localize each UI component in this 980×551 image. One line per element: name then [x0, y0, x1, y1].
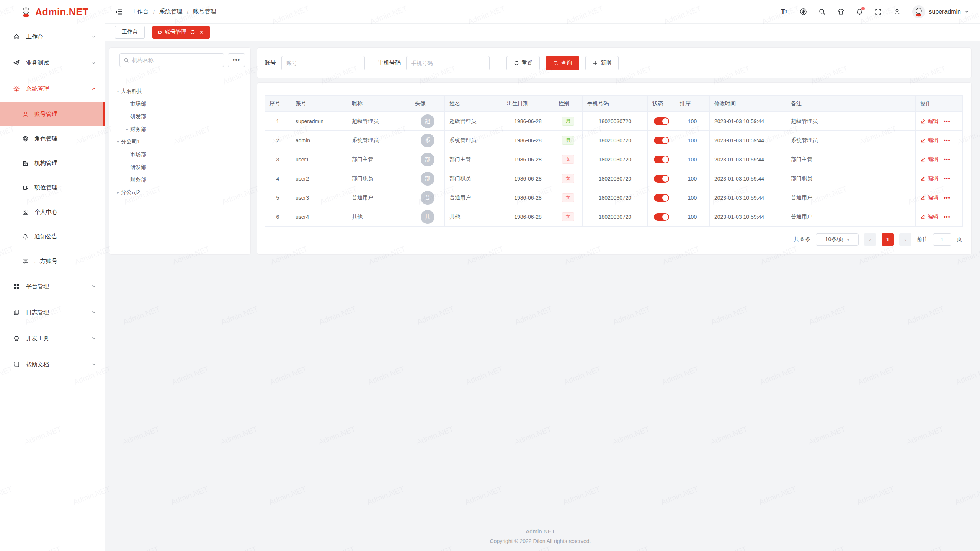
sidebar-subitem-2-2[interactable]: 机构管理 [0, 151, 105, 175]
cell-modified: 2023-01-03 10:59:44 [710, 207, 786, 227]
column-header-birthday: 出生日期 [502, 96, 554, 112]
sidebar-subitem-2-6[interactable]: 三方账号 [0, 249, 105, 273]
chevron-down-icon [91, 362, 96, 367]
sidebar-subitem-2-3[interactable]: 职位管理 [0, 175, 105, 200]
tree-node[interactable]: 研发部 [115, 110, 247, 123]
query-button[interactable]: 查询 [546, 56, 579, 70]
avatar: 部 [421, 172, 434, 186]
table-row: 5user3普通用户普普通用户1986-06-28女18020030720100… [265, 188, 963, 207]
add-button[interactable]: 新增 [585, 56, 619, 70]
caret-right-icon[interactable]: ▸ [115, 190, 121, 194]
sidebar-item-6[interactable]: 帮助文档 [0, 351, 105, 377]
table-header-row: 序号账号昵称头像姓名出生日期性别手机号码状态排序修改时间备注操作 [265, 96, 963, 112]
language-icon[interactable] [800, 8, 807, 15]
phone-filter-input[interactable] [406, 56, 490, 70]
fullscreen-icon[interactable] [875, 8, 882, 15]
status-toggle[interactable] [654, 175, 669, 183]
current-page-button[interactable]: 1 [882, 233, 894, 246]
theme-shirt-icon[interactable] [837, 8, 844, 15]
caret-right-icon[interactable]: ▸ [124, 127, 130, 131]
sidebar-item-5[interactable]: 开发工具 [0, 325, 105, 351]
tree-node[interactable]: ▾大名科技 [115, 85, 247, 98]
user-icon [22, 111, 29, 117]
user-menu[interactable]: superadmin [912, 5, 969, 18]
collapse-sidebar-icon[interactable] [114, 8, 123, 16]
sidebar-item-label: 系统管理 [26, 85, 91, 93]
sidebar-subitem-2-1[interactable]: 角色管理 [0, 126, 105, 151]
more-actions-button[interactable]: ••• [944, 118, 951, 124]
tab-workbench[interactable]: 工作台 [115, 26, 145, 39]
more-actions-button[interactable]: ••• [944, 195, 951, 201]
sidebar-item-3[interactable]: 平台管理 [0, 273, 105, 299]
edit-button[interactable]: 编辑 [920, 156, 938, 163]
status-toggle[interactable] [654, 137, 669, 144]
sidebar-item-0[interactable]: 工作台 [0, 24, 105, 50]
status-toggle[interactable] [654, 156, 669, 163]
search-icon [124, 57, 129, 63]
refresh-icon[interactable] [190, 29, 195, 35]
sidebar: Admin.NET 工作台业务测试系统管理账号管理角色管理机构管理职位管理个人中… [0, 0, 105, 551]
cell-account: superadmin [291, 112, 347, 131]
search-icon[interactable] [818, 8, 826, 15]
cell-sort: 100 [675, 169, 710, 188]
brand-name: Admin.NET [35, 7, 88, 18]
font-size-icon[interactable]: TT [781, 8, 788, 15]
cell-index: 5 [265, 188, 291, 207]
notification-bell-icon[interactable] [856, 8, 863, 15]
next-page-button[interactable]: › [899, 233, 911, 246]
tree-node-label: 研发部 [130, 113, 146, 120]
edit-button[interactable]: 编辑 [920, 175, 938, 182]
sidebar-subitem-2-5[interactable]: 通知公告 [0, 224, 105, 249]
tab-account-management[interactable]: 账号管理 [152, 26, 210, 39]
caret-down-icon[interactable]: ▾ [115, 89, 121, 93]
cell-phone: 18020030720 [583, 131, 648, 150]
more-actions-button[interactable]: ••• [944, 156, 951, 163]
more-actions-button[interactable]: ••• [944, 137, 951, 143]
edit-button[interactable]: 编辑 [920, 214, 938, 220]
breadcrumb-item-workbench[interactable]: 工作台 [131, 8, 149, 15]
username: superadmin [929, 8, 961, 15]
sidebar-subitem-label: 机构管理 [34, 160, 57, 167]
tree-node[interactable]: ▾分公司1 [115, 135, 247, 148]
caret-down-icon[interactable]: ▾ [115, 140, 121, 144]
more-actions-button[interactable]: ••• [944, 214, 951, 220]
tree-node[interactable]: ▸分公司2 [115, 186, 247, 199]
sidebar-item-2[interactable]: 系统管理 [0, 76, 105, 102]
tree-node[interactable]: ▸财务部 [115, 123, 247, 135]
sidebar-item-1[interactable]: 业务测试 [0, 50, 105, 76]
goto-page-input[interactable] [933, 233, 951, 246]
logo[interactable]: Admin.NET [0, 0, 105, 24]
org-search-input[interactable] [132, 57, 220, 63]
sidebar-subitem-label: 账号管理 [34, 111, 57, 118]
close-icon[interactable] [199, 29, 204, 35]
sidebar-item-4[interactable]: 日志管理 [0, 299, 105, 325]
status-toggle[interactable] [654, 117, 669, 125]
tree-node[interactable]: 研发部 [115, 161, 247, 173]
grid-icon [13, 283, 20, 290]
org-more-button[interactable]: ••• [228, 53, 245, 67]
edit-button[interactable]: 编辑 [920, 194, 938, 201]
column-header-modified: 修改时间 [710, 96, 786, 112]
edit-button[interactable]: 编辑 [920, 118, 938, 125]
more-actions-button[interactable]: ••• [944, 176, 951, 182]
user-icon[interactable] [893, 8, 901, 15]
prev-page-button[interactable]: ‹ [864, 233, 876, 246]
breadcrumb-item-account[interactable]: 账号管理 [193, 8, 216, 15]
tree-node[interactable]: 市场部 [115, 98, 247, 110]
footer-brand: Admin.NET [109, 528, 972, 535]
cell-status [648, 131, 675, 150]
reset-button[interactable]: 重置 [506, 56, 540, 70]
tree-node[interactable]: 市场部 [115, 148, 247, 161]
edit-button[interactable]: 编辑 [920, 137, 938, 144]
cell-status [648, 188, 675, 207]
account-filter-input[interactable] [281, 56, 365, 70]
refresh-icon [514, 60, 519, 66]
page-size-select[interactable]: 10条/页 ▾ [816, 233, 859, 246]
status-toggle[interactable] [654, 213, 669, 221]
status-toggle[interactable] [654, 194, 669, 202]
cell-gender: 女 [554, 188, 583, 207]
tree-node[interactable]: 财务部 [115, 173, 247, 186]
sidebar-subitem-2-4[interactable]: 个人中心 [0, 200, 105, 224]
breadcrumb-item-system[interactable]: 系统管理 [159, 8, 182, 15]
sidebar-subitem-2-0[interactable]: 账号管理 [0, 102, 105, 126]
